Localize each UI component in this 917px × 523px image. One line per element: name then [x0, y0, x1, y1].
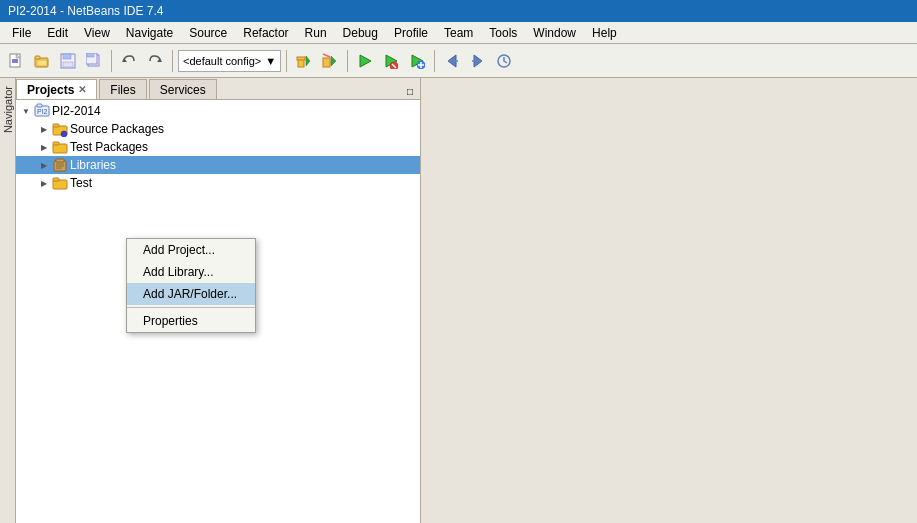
main-area: Navigator Projects ✕ Files Services □ ▼	[0, 78, 917, 523]
menu-run[interactable]: Run	[297, 22, 335, 43]
svg-marker-19	[331, 56, 336, 66]
svg-rect-41	[53, 142, 59, 145]
toolbar-separator-4	[347, 50, 348, 72]
back-button[interactable]	[440, 49, 464, 73]
test-packages-label: Test Packages	[70, 140, 148, 154]
right-panel	[421, 78, 917, 523]
tab-projects-close[interactable]: ✕	[78, 84, 86, 95]
redo-icon	[147, 53, 163, 69]
svg-rect-12	[87, 53, 94, 57]
toolbar: <default config> ▼	[0, 44, 917, 78]
tree-item-test-packages[interactable]: ▶ Test Packages	[16, 138, 420, 156]
toolbar-separator-2	[172, 50, 173, 72]
menu-window[interactable]: Window	[525, 22, 584, 43]
test-icon	[52, 175, 68, 191]
undo-button[interactable]	[117, 49, 141, 73]
tree-item-source-packages[interactable]: ▶ Source Packages	[16, 120, 420, 138]
svg-marker-21	[360, 55, 371, 67]
menu-source[interactable]: Source	[181, 22, 235, 43]
debug-icon	[383, 53, 399, 69]
open-icon	[34, 53, 50, 69]
run-button[interactable]	[353, 49, 377, 73]
undo-icon	[121, 53, 137, 69]
tab-files[interactable]: Files	[99, 79, 146, 99]
navigator-label[interactable]: Navigator	[2, 82, 14, 137]
tab-files-label: Files	[110, 83, 135, 97]
svg-rect-35	[37, 104, 42, 107]
svg-line-20	[323, 54, 330, 57]
libraries-label: Libraries	[70, 158, 116, 172]
test-packages-expander[interactable]: ▶	[36, 139, 52, 155]
tab-projects[interactable]: Projects ✕	[16, 79, 97, 99]
save-icon	[60, 53, 76, 69]
root-label: PI2-2014	[52, 104, 101, 118]
source-packages-icon	[52, 121, 68, 137]
root-expander[interactable]: ▼	[18, 103, 34, 119]
navigator-sidebar: Navigator	[0, 78, 16, 523]
tab-services-label: Services	[160, 83, 206, 97]
title-bar: PI2-2014 - NetBeans IDE 7.4	[0, 0, 917, 22]
context-menu-add-jar[interactable]: Add JAR/Folder...	[127, 283, 255, 305]
tree-item-test[interactable]: ▶ Test	[16, 174, 420, 192]
context-menu-add-project[interactable]: Add Project...	[127, 239, 255, 261]
save-all-icon	[86, 53, 102, 69]
open-button[interactable]	[30, 49, 54, 73]
menu-profile[interactable]: Profile	[386, 22, 436, 43]
test-packages-icon	[52, 139, 68, 155]
svg-point-39	[61, 131, 67, 137]
save-all-button[interactable]	[82, 49, 106, 73]
svg-rect-18	[323, 58, 330, 67]
menu-tools[interactable]: Tools	[481, 22, 525, 43]
context-menu-separator	[127, 307, 255, 308]
toolbar-separator-5	[434, 50, 435, 72]
build-project-button[interactable]	[292, 49, 316, 73]
project-panel: Projects ✕ Files Services □ ▼ PI2	[16, 78, 421, 523]
svg-rect-9	[63, 62, 73, 67]
svg-text:PI2: PI2	[37, 108, 48, 115]
menu-navigate[interactable]: Navigate	[118, 22, 181, 43]
svg-rect-48	[53, 178, 59, 181]
svg-rect-16	[297, 57, 305, 60]
menu-help[interactable]: Help	[584, 22, 625, 43]
libraries-icon	[52, 157, 68, 173]
new-icon	[8, 53, 24, 69]
menu-view[interactable]: View	[76, 22, 118, 43]
tree-item-root[interactable]: ▼ PI2 PI2-2014	[16, 102, 420, 120]
profile-run-icon	[409, 53, 425, 69]
context-menu-add-library[interactable]: Add Library...	[127, 261, 255, 283]
tree-item-libraries[interactable]: ▶ Libraries	[16, 156, 420, 174]
menu-file[interactable]: File	[4, 22, 39, 43]
profile-run-button[interactable]	[405, 49, 429, 73]
context-menu: Add Project... Add Library... Add JAR/Fo…	[126, 238, 256, 333]
maximize-button[interactable]: □	[402, 83, 418, 99]
debug-button[interactable]	[379, 49, 403, 73]
config-dropdown[interactable]: <default config> ▼	[178, 50, 281, 72]
svg-rect-5	[35, 56, 40, 59]
tab-services[interactable]: Services	[149, 79, 217, 99]
title-text: PI2-2014 - NetBeans IDE 7.4	[8, 4, 163, 18]
menu-bar: File Edit View Navigate Source Refactor …	[0, 22, 917, 44]
libraries-expander[interactable]: ▶	[36, 157, 52, 173]
test-expander[interactable]: ▶	[36, 175, 52, 191]
clean-build-button[interactable]	[318, 49, 342, 73]
forward-button[interactable]	[466, 49, 490, 73]
source-packages-expander[interactable]: ▶	[36, 121, 52, 137]
menu-debug[interactable]: Debug	[335, 22, 386, 43]
tab-projects-label: Projects	[27, 83, 74, 97]
build-icon	[296, 53, 312, 69]
menu-refactor[interactable]: Refactor	[235, 22, 296, 43]
redo-button[interactable]	[143, 49, 167, 73]
new-button[interactable]	[4, 49, 28, 73]
save-button[interactable]	[56, 49, 80, 73]
menu-edit[interactable]: Edit	[39, 22, 76, 43]
menu-team[interactable]: Team	[436, 22, 481, 43]
panel-tabs: Projects ✕ Files Services □	[16, 78, 420, 100]
toolbar-separator-1	[111, 50, 112, 72]
forward-icon	[470, 53, 486, 69]
svg-rect-6	[37, 60, 47, 66]
project-icon: PI2	[34, 103, 50, 119]
config-value: <default config>	[183, 55, 261, 67]
test-label: Test	[70, 176, 92, 190]
forward2-button[interactable]	[492, 49, 516, 73]
context-menu-properties[interactable]: Properties	[127, 310, 255, 332]
